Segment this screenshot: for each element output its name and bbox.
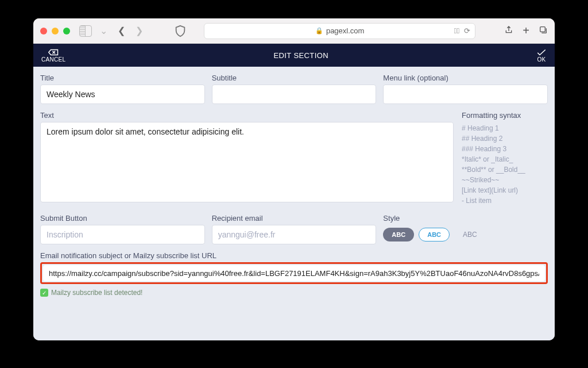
text-input[interactable] [40, 122, 454, 202]
menulink-label: Menu link (optional) [383, 74, 548, 82]
forward-button[interactable]: ❯ [133, 25, 145, 36]
reader-icon[interactable]: ᴬ⃞ [454, 26, 460, 35]
url-bar[interactable]: 🔒 pagexl.com ᴬ⃞ ⟳ [204, 23, 475, 39]
formatting-line: **Bold** or __Bold__ [462, 164, 548, 175]
ok-label: OK [537, 56, 546, 63]
submit-button-input[interactable] [40, 225, 205, 244]
mailzy-label: Email notification subject or Mailzy sub… [40, 251, 548, 260]
success-text: Mailzy subscribe list detected! [51, 289, 142, 297]
new-tab-icon[interactable]: + [523, 24, 529, 37]
style-label: Style [383, 214, 548, 223]
mailzy-input[interactable] [43, 265, 545, 281]
formatting-line: ### Heading 3 [462, 144, 548, 154]
recipient-input[interactable] [212, 225, 377, 244]
success-message: ✓ Mailzy subscribe list detected! [40, 289, 548, 297]
formatting-line: # Heading 1 [462, 123, 548, 133]
check-icon: ✓ [40, 289, 48, 297]
text-label: Text [40, 111, 454, 120]
formatting-line: ~~Striked~~ [462, 175, 548, 185]
browser-chrome: ⌄ ❮ ❯ 🔒 pagexl.com ᴬ⃞ ⟳ + [33, 18, 555, 44]
form-body: Title Subtitle Menu link (optional) Text… [33, 67, 555, 340]
tabs-icon[interactable] [539, 25, 548, 37]
mailzy-highlight [40, 262, 548, 284]
browser-window: ⌄ ❮ ❯ 🔒 pagexl.com ᴬ⃞ ⟳ + C [33, 18, 555, 340]
ok-button[interactable]: OK [536, 48, 547, 63]
style-option-plain[interactable]: ABC [454, 227, 486, 242]
subtitle-label: Subtitle [212, 74, 377, 82]
formatting-line: - List item [462, 195, 548, 206]
back-button[interactable]: ❮ [115, 25, 127, 36]
share-icon[interactable] [504, 25, 513, 37]
title-label: Title [40, 74, 205, 82]
modal-title: EDIT SECTION [273, 51, 328, 60]
svg-rect-0 [540, 26, 546, 32]
close-window-button[interactable] [40, 28, 47, 34]
recipient-label: Recipient email [212, 214, 377, 223]
shield-icon[interactable] [174, 25, 187, 37]
lock-icon: 🔒 [315, 27, 323, 34]
cancel-button[interactable]: CANCEL [41, 48, 65, 63]
subtitle-input[interactable] [212, 85, 377, 104]
menulink-input[interactable] [383, 85, 548, 104]
formatting-help: Formatting syntax # Heading 1 ## Heading… [462, 111, 548, 206]
submit-button-label: Submit Button [40, 214, 205, 223]
modal-header: CANCEL EDIT SECTION OK [33, 44, 555, 67]
style-option-dark[interactable]: ABC [383, 228, 414, 241]
window-controls [40, 28, 70, 34]
formatting-line: ## Heading 2 [462, 133, 548, 144]
formatting-title: Formatting syntax [462, 111, 548, 120]
reload-icon[interactable]: ⟳ [464, 26, 470, 35]
sidebar-toggle-button[interactable] [79, 25, 92, 37]
title-input[interactable] [40, 85, 205, 104]
maximize-window-button[interactable] [63, 28, 70, 34]
sidebar-dropdown-icon[interactable]: ⌄ [98, 25, 110, 36]
cancel-label: CANCEL [41, 56, 65, 63]
formatting-line: [Link text](Link url) [462, 185, 548, 195]
style-option-light[interactable]: ABC [419, 228, 450, 241]
minimize-window-button[interactable] [52, 28, 59, 34]
formatting-line: *Italic* or _Italic_ [462, 154, 548, 164]
url-text: pagexl.com [326, 26, 364, 35]
